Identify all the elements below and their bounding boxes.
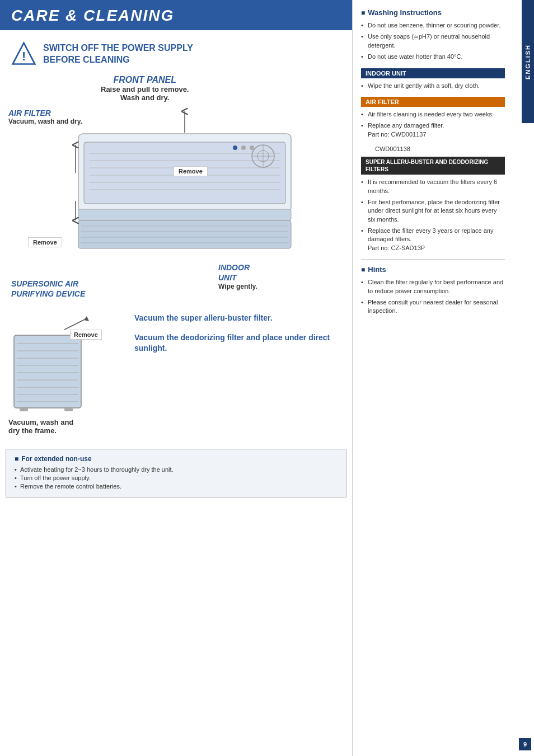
ac-unit-diagram (34, 100, 325, 274)
svg-point-17 (250, 145, 254, 150)
svg-rect-10 (78, 209, 291, 220)
list-item: Use only soaps (≃pH7) or neutral househo… (361, 32, 505, 50)
supersonic-title: SUPERSONIC AIR PURIFYING DEVICE (11, 279, 85, 299)
list-item: It is recommended to vacuum the filters … (361, 178, 505, 195)
warning-icon: ! (11, 41, 36, 67)
list-item: Activate heating for 2~3 hours to thorou… (15, 466, 338, 473)
list-item: Wipe the unit gently with a soft, dry cl… (361, 82, 505, 90)
list-item: Replace the filter every 3 years or repl… (361, 227, 505, 252)
lower-remove-label: Remove (70, 330, 102, 340)
list-item: Replace any damaged filter. Part no: CWD… (361, 121, 505, 139)
list-item: Air filters cleaning is needed every two… (361, 110, 505, 119)
lower-section: Remove Vacuum, wash and dry the frame. V… (0, 307, 352, 440)
filter-illustration (8, 313, 109, 414)
header-bar: CARE & CLEANING (0, 0, 352, 30)
extended-non-use-box: ■ For extended non-use Activate heating … (6, 449, 346, 497)
washing-title-text: Washing Instructions (368, 8, 442, 17)
svg-rect-38 (20, 407, 28, 411)
svg-rect-18 (78, 220, 291, 248)
remove-top-label: Remove (174, 166, 208, 176)
warning-section: ! Switch off the power supply before cle… (0, 39, 352, 72)
front-panel-label: FRONT PANEL Raise and pull to remove. Wa… (101, 75, 189, 102)
washing-section-title: Washing Instructions (361, 8, 505, 17)
svg-text:!: ! (22, 49, 26, 63)
supersonic-label: SUPERSONIC AIR PURIFYING DEVICE (11, 279, 85, 299)
section-divider (361, 259, 505, 260)
list-item: Do not use benzene, thinner or scouring … (361, 21, 505, 30)
front-panel-sub1: Raise and pull to remove. (101, 85, 189, 93)
list-item: Remove the remote control batteries. (15, 483, 338, 490)
indoor-unit-bar: INDOOR UNIT (361, 68, 505, 78)
list-item: Turn off the power supply. (15, 475, 338, 481)
svg-rect-39 (64, 407, 73, 411)
diagram-area: FRONT PANEL Raise and pull to remove. Wa… (0, 72, 352, 307)
page-number: 9 (519, 738, 531, 750)
english-tab: ENGLISH (522, 0, 534, 123)
air-filter-bar: AIR FILTER (361, 97, 505, 107)
english-label: ENGLISH (524, 44, 531, 79)
box-title-icon: ■ (15, 455, 18, 463)
super-alleru-bar: SUPER ALLERU-BUSTER AND DEODORIZING FILT… (361, 157, 505, 175)
air-filter-list: Air filters cleaning is needed every two… (361, 110, 505, 139)
svg-point-15 (233, 145, 237, 150)
indoor-unit-diagram-label: INDOOR UNIT Wipe gently. (218, 262, 257, 290)
hints-title-text: Hints (368, 265, 386, 274)
svg-line-36 (64, 318, 87, 330)
list-item: Please consult your nearest dealer for s… (361, 298, 505, 316)
list-item: Clean the filter regularly for best perf… (361, 278, 505, 295)
extended-box-list: Activate heating for 2~3 hours to thorou… (15, 466, 338, 490)
page-wrapper: ENGLISH CARE & CLEANING ! Switch off the… (0, 0, 534, 756)
indoor-unit-list: Wipe the unit gently with a soft, dry cl… (361, 82, 505, 90)
remove-left-label: Remove (28, 237, 62, 247)
indoor-unit-sub: Wipe gently. (218, 283, 257, 290)
washing-list: Do not use benzene, thinner or scouring … (361, 21, 505, 62)
lower-right: Vacuum the super alleru-buster filter. V… (129, 313, 344, 354)
svg-point-16 (241, 145, 246, 150)
main-title: CARE & CLEANING (11, 7, 341, 25)
vacuum-deodorize-text: Vacuum the deodorizing filter and place … (134, 332, 344, 354)
left-column: CARE & CLEANING ! Switch off the power s… (0, 0, 353, 756)
super-alleru-list: It is recommended to vacuum the filters … (361, 178, 505, 252)
front-panel-title: FRONT PANEL (101, 75, 189, 85)
vacuum-super-text: Vacuum the super alleru-buster filter. (134, 313, 344, 324)
lower-left: Remove Vacuum, wash and dry the frame. (8, 313, 120, 435)
vacuum-wash-label: Vacuum, wash and dry the frame. (8, 418, 120, 435)
list-item: Do not use water hotter than 40°C. (361, 53, 505, 61)
part-no-cwd: CWD001138 (361, 145, 505, 152)
svg-marker-37 (84, 316, 89, 321)
extended-box-title: ■ For extended non-use (15, 455, 338, 463)
indoor-unit-title: INDOOR UNIT (218, 262, 257, 283)
right-column: Washing Instructions Do not use benzene,… (353, 0, 522, 756)
warning-text: Switch off the power supply before clean… (43, 43, 193, 66)
warning-line2: before cleaning (43, 54, 193, 66)
hints-list: Clean the filter regularly for best perf… (361, 278, 505, 316)
list-item: For best perfomance, place the deodorizi… (361, 198, 505, 224)
box-title-text: For extended non-use (21, 455, 91, 463)
hints-section-title: Hints (361, 265, 505, 274)
warning-line1: Switch off the power supply (43, 43, 193, 54)
svg-rect-26 (14, 335, 81, 408)
